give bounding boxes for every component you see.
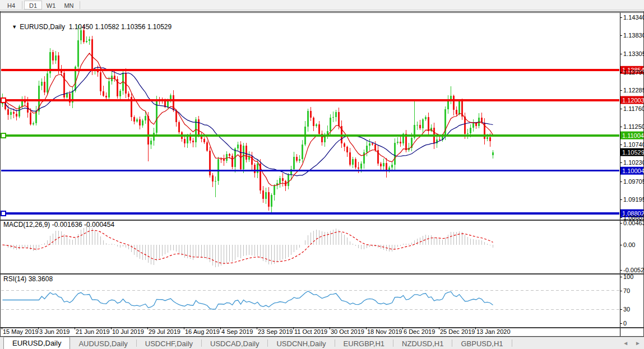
timeframe-button-mn[interactable]: MN (60, 1, 78, 10)
candle-body (47, 73, 48, 92)
candle-body (223, 159, 225, 161)
candle-body (487, 137, 488, 139)
candle-body (55, 55, 57, 61)
tab-usdcad-daily[interactable]: USDCAD,Daily (202, 338, 267, 349)
tab-nzdusd-h1[interactable]: NZDUSD,H1 (393, 338, 452, 349)
bar-open-value: 1.10450 (69, 23, 93, 31)
price-axis-label: 1.14340 (623, 14, 644, 21)
candle-body (103, 91, 104, 96)
candle-body (288, 175, 289, 186)
tab-eurgbp-h1[interactable]: EURGBP,H1 (335, 338, 393, 349)
candle-body (335, 112, 337, 117)
candle-body (293, 157, 295, 170)
date-axis-label: 16 Aug 2019 (185, 328, 220, 335)
tab-gbpusd-h1[interactable]: GBPUSD,H1 (452, 338, 511, 349)
candle-body (145, 116, 146, 120)
candle-body (231, 156, 233, 167)
candle-body (332, 117, 334, 118)
chart-symbol-period: EURUSD,Daily (20, 23, 65, 31)
price-badge-label: 1.11004 (622, 132, 644, 139)
candle-body (282, 178, 284, 181)
candle-body (105, 96, 107, 98)
candle-body (363, 152, 365, 164)
candle-body (453, 96, 455, 110)
candle-body (447, 100, 449, 109)
rsi-axis-label: 70 (623, 287, 630, 294)
candle-body (338, 112, 340, 126)
candle-body (472, 123, 474, 128)
candle-body (44, 82, 45, 92)
candle-body (386, 163, 387, 170)
hline-anchor[interactable] (1, 211, 6, 216)
date-axis-label: 4 Sep 2019 (221, 328, 253, 335)
date-axis-label: 3 Jun 2019 (39, 328, 70, 335)
candle-body (66, 94, 68, 98)
candle-body (89, 39, 90, 41)
tab-eurusd-daily[interactable]: EURUSD,Daily (3, 337, 70, 349)
price-axis-label: 1.11760 (623, 105, 644, 112)
candle-body (400, 142, 401, 143)
candle-body (150, 141, 152, 144)
candle-body (257, 164, 258, 174)
date-axis-label: 25 Dec 2019 (440, 328, 475, 335)
tab-usdchf-daily[interactable]: USDCHF,Daily (137, 338, 201, 349)
macd-indicator-label: MACD(12,26,9) -0.001636 -0.000454 (3, 221, 114, 229)
candle-body (243, 146, 244, 169)
candle-body (346, 147, 348, 152)
candle-body (189, 136, 191, 140)
timeframe-button-h4[interactable]: H4 (2, 1, 20, 10)
price-badge-label: 1.12003 (622, 97, 644, 104)
candle-body (198, 119, 200, 134)
date-axis-label: 11 Oct 2019 (294, 328, 327, 335)
candle-body (167, 100, 169, 106)
price-axis-label: 1.10230 (623, 159, 644, 166)
candle-body (307, 111, 309, 127)
tab-usdcnh-daily[interactable]: USDCNH,Daily (268, 338, 334, 349)
timeframe-button-w1[interactable]: W1 (42, 1, 60, 10)
timeframe-button-d1[interactable]: D1 (24, 1, 42, 10)
rsi-axis-label: 0 (623, 320, 627, 327)
candle-body (153, 133, 155, 141)
candle-body (35, 111, 37, 123)
candle-body (156, 99, 157, 133)
hline-anchor[interactable] (1, 98, 6, 103)
candle-body (492, 152, 494, 155)
candle-body (7, 109, 9, 115)
date-axis-label: 30 Oct 2019 (331, 328, 364, 335)
candle-body (203, 139, 205, 143)
candle-body (133, 117, 135, 122)
date-axis-label: 29 Jul 2019 (149, 328, 180, 335)
candle-body (254, 165, 256, 173)
price-axis-label: 1.13305 (623, 50, 644, 57)
candle-body (229, 154, 230, 156)
price-axis-label: 1.10740 (623, 141, 644, 148)
price-axis-label: 1.13830 (623, 32, 644, 39)
candle-body (464, 117, 466, 133)
chart-canvas[interactable]: 1.143401.138301.133051.128541.127951.122… (0, 11, 644, 337)
candle-body (274, 185, 275, 195)
candle-body (147, 116, 149, 145)
candle-body (13, 112, 15, 114)
candle-body (369, 143, 370, 146)
chart-window[interactable]: 1.143401.138301.133051.128541.127951.122… (0, 11, 644, 337)
chart-dropdown-icon[interactable]: ▼ (12, 24, 17, 30)
candle-body (175, 110, 177, 122)
date-axis-label: 13 Jan 2020 (476, 328, 511, 335)
rsi-axis-label: 100 (623, 273, 633, 280)
candle-body (212, 175, 214, 182)
tab-scroll-left-icon[interactable]: ◄ (623, 340, 628, 346)
bar-close-value: 1.10529 (147, 23, 172, 31)
candle-body (422, 119, 424, 128)
candle-body (77, 40, 79, 67)
candle-body (187, 136, 188, 143)
tab-scroll-right-icon[interactable]: ► (635, 340, 641, 346)
price-axis-label: 1.12795 (623, 69, 644, 76)
toolbar-separator (22, 1, 22, 9)
timeframe-toolbar: H4 D1 W1 MN (0, 0, 644, 10)
candle-body (310, 111, 312, 118)
hline-anchor[interactable] (1, 133, 6, 138)
candle-body (41, 82, 43, 86)
candle-body (262, 190, 264, 199)
candle-body (352, 159, 354, 164)
tab-audusd-daily[interactable]: AUDUSD,Daily (70, 338, 136, 349)
